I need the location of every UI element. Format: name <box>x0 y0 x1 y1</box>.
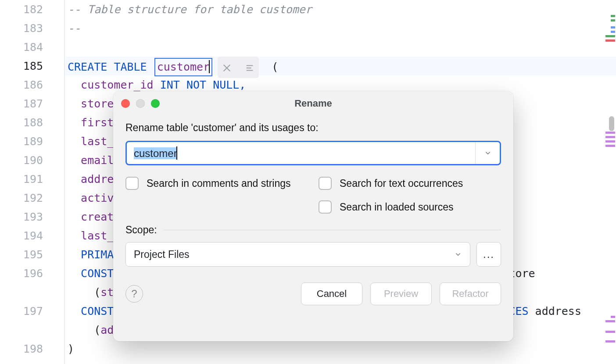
checkbox-icon <box>319 177 332 190</box>
rename-prompt: Rename table 'customer' and its usages t… <box>125 122 501 134</box>
zoom-icon[interactable] <box>151 99 160 108</box>
scope-select[interactable]: Project Files <box>125 242 470 267</box>
ellipsis-icon: ... <box>483 248 494 261</box>
rename-dialog: Rename Rename table 'customer' and its u… <box>113 91 513 341</box>
window-controls[interactable] <box>121 99 160 108</box>
checkbox-icon <box>125 177 139 190</box>
scope-value: Project Files <box>134 249 190 261</box>
rename-history-dropdown[interactable] <box>475 142 500 164</box>
checkbox-search-comments[interactable]: Search in comments and strings <box>125 177 308 190</box>
chevron-down-icon <box>454 250 462 258</box>
chevron-down-icon <box>484 149 492 157</box>
dialog-titlebar[interactable]: Rename <box>113 91 513 116</box>
close-icon[interactable] <box>121 99 130 108</box>
help-button[interactable]: ? <box>125 285 143 303</box>
help-icon: ? <box>131 288 137 300</box>
preview-button[interactable]: Preview <box>370 282 432 305</box>
checkbox-label: Search in loaded sources <box>340 201 454 213</box>
minimize-icon[interactable] <box>136 99 145 108</box>
checkbox-search-text[interactable]: Search for text occurrences <box>319 177 501 190</box>
dialog-title: Rename <box>113 91 513 116</box>
checkbox-label: Search in comments and strings <box>147 178 291 189</box>
scope-edit-button[interactable]: ... <box>476 242 501 267</box>
rename-input[interactable]: customer <box>127 142 475 164</box>
minimap[interactable] <box>604 0 616 364</box>
cancel-button[interactable]: Cancel <box>301 282 362 305</box>
checkbox-icon <box>319 200 332 214</box>
rename-input-combo[interactable]: customer <box>125 141 501 165</box>
scope-section-label: Scope: <box>125 224 501 236</box>
checkbox-label: Search for text occurrences <box>340 178 463 189</box>
checkbox-search-loaded[interactable]: Search in loaded sources <box>319 200 501 214</box>
refactor-button[interactable]: Refactor <box>440 282 501 305</box>
line-number-gutter: 1821831841851861871881891901911921931941… <box>0 0 65 364</box>
